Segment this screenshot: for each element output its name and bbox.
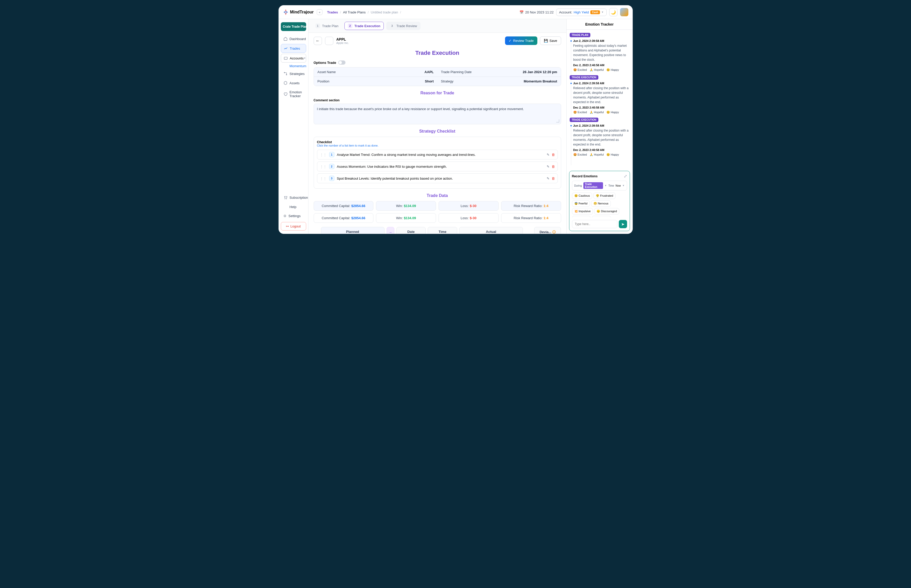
drag-handle-icon[interactable]: ⋮⋮	[320, 153, 327, 157]
checklist-number[interactable]: 2	[329, 164, 334, 169]
breadcrumb-root[interactable]: Trades	[327, 10, 338, 14]
record-title: Record Emotions	[572, 174, 598, 178]
date-display: 📅 20 Nov 2023 11:22	[519, 10, 553, 14]
checklist-number[interactable]: 1	[329, 152, 334, 157]
tabs: 1Trade Plan 2Trade Execution 3Trade Revi…	[309, 19, 566, 33]
trade-data-heading: Trade Data	[314, 193, 561, 198]
page-title: Trade Execution	[314, 50, 561, 57]
center-panel: 1Trade Plan 2Trade Execution 3Trade Revi…	[309, 19, 566, 234]
arrow-right-icon: →	[387, 227, 394, 234]
emotion-chip[interactable]: 😬 Nervous	[591, 200, 611, 207]
app-window: MindTrajour « Trades / All Trade Plans /…	[278, 5, 633, 234]
app-logo: MindTrajour	[283, 9, 314, 15]
info-icon: ⓘ	[552, 230, 556, 234]
chevron-down-icon: ▼	[622, 184, 625, 187]
page-header: ← APPL Apple Inc. ✓Review Trade 💾Save	[314, 36, 561, 45]
delete-icon[interactable]: 🗑	[552, 153, 555, 157]
record-filter[interactable]: During Trade Execution ▼ Time Now ▼	[572, 181, 627, 191]
trade-info-table: Asset NameAAPL Trade Planning Date26 Jan…	[314, 67, 561, 86]
sidebar-item-emotion-tracker[interactable]: Emotion Tracker	[281, 88, 306, 100]
theme-toggle[interactable]: 🌙	[609, 8, 618, 16]
logo-icon	[283, 9, 289, 15]
create-trade-plan-button[interactable]: Crate Trade Plan	[281, 22, 306, 31]
edit-icon[interactable]: ✎	[547, 153, 550, 157]
checklist-item: ⋮⋮ 2 Assess Momentum: Use indicators lik…	[317, 162, 558, 171]
options-trade-toggle-row: Options Trade	[314, 60, 561, 65]
breadcrumb: Trades / All Trade Plans / Untitled trad…	[327, 10, 401, 14]
record-emotions-panel: Record Emotions ⤢ During Trade Execution…	[569, 171, 630, 231]
tab-trade-plan[interactable]: 1Trade Plan	[312, 22, 342, 30]
emotion-timeline: TRADE PLAN Jun 2, 2024 2:39:58 AM Feelin…	[566, 30, 633, 168]
emotion-chip[interactable]: 😟 Cautious	[572, 192, 592, 199]
chevron-down-icon: ▼	[602, 11, 604, 13]
body: Crate Trade Plan Dashboard Trades Accoun…	[279, 19, 633, 234]
chevron-down-icon: ▼	[304, 57, 306, 60]
checklist: Checklist Click the number of a list ite…	[314, 137, 561, 189]
content: ← APPL Apple Inc. ✓Review Trade 💾Save Tr…	[309, 33, 566, 234]
sidebar-item-help[interactable]: Help	[281, 203, 306, 211]
send-button[interactable]: ➤	[619, 220, 627, 228]
sidebar-collapse-button[interactable]: «	[317, 9, 322, 15]
emotion-chip[interactable]: 💥 Impulsive	[572, 208, 593, 215]
drag-handle-icon[interactable]: ⋮⋮	[320, 165, 327, 168]
entry-grid-header: Planned → Date Time Actual Devia... ⓘ	[314, 227, 561, 234]
expand-icon[interactable]: ⤢	[624, 174, 627, 179]
tab-trade-review[interactable]: 3Trade Review	[386, 22, 421, 30]
emotion-note-input[interactable]	[572, 220, 617, 228]
emotion-chip[interactable]: 😨 Feerful	[572, 200, 590, 207]
checklist-number[interactable]: 3	[329, 176, 334, 181]
save-button[interactable]: 💾Save	[540, 36, 561, 45]
heart-icon	[283, 92, 288, 96]
account-badge: Cash	[591, 10, 600, 14]
svg-point-1	[284, 73, 285, 73]
tab-trade-execution[interactable]: 2Trade Execution	[345, 22, 384, 30]
sidebar-item-dashboard[interactable]: Dashboard	[281, 35, 306, 43]
logout-icon: ↦	[286, 225, 289, 228]
topbar: MindTrajour « Trades / All Trade Plans /…	[279, 5, 633, 19]
account-selector[interactable]: Account: High Yield Cash ▼	[556, 8, 607, 16]
delete-icon[interactable]: 🗑	[552, 165, 555, 168]
comment-label: Comment section	[314, 99, 561, 102]
emotion-tracker-title: Emotion Tracker	[566, 19, 633, 30]
sidebar-item-momentum[interactable]: Momentum	[281, 64, 306, 68]
sidebar-item-subscription[interactable]: Subscription	[281, 193, 306, 202]
check-icon: ✓	[509, 39, 511, 43]
review-trade-button[interactable]: ✓Review Trade	[505, 36, 537, 45]
timeline-entry: Jun 2, 2024 2:39:58 AM Relieved after cl…	[570, 82, 629, 114]
svg-point-2	[286, 74, 287, 75]
chevron-down-icon: ▼	[605, 184, 607, 187]
emotion-chip[interactable]: 😤 Frustrated	[594, 192, 615, 199]
hexagon-icon	[283, 81, 288, 85]
phase-badge: TRADE EXECUTION	[570, 118, 599, 122]
back-button[interactable]: ←	[314, 37, 322, 45]
breadcrumb-sub[interactable]: All Trade Plans	[343, 10, 366, 14]
emotion-chip[interactable]: 😰 Anxious	[592, 216, 611, 217]
sidebar-item-accounts[interactable]: Accounts▼	[281, 54, 306, 63]
main: 1Trade Plan 2Trade Execution 3Trade Revi…	[309, 19, 633, 234]
sidebar: Crate Trade Plan Dashboard Trades Accoun…	[279, 19, 309, 234]
sidebar-item-assets[interactable]: Assets	[281, 79, 306, 87]
options-trade-toggle[interactable]	[338, 60, 345, 65]
sidebar-item-trades[interactable]: Trades	[281, 44, 306, 53]
emotion-chip[interactable]: 😞 Discouraged	[594, 208, 619, 215]
timeline-entry: Jun 2, 2024 2:39:58 AM Feeling optimisti…	[570, 39, 629, 72]
delete-icon[interactable]: 🗑	[552, 176, 555, 180]
cart-icon	[283, 195, 288, 200]
sidebar-item-strategies[interactable]: Strategies	[281, 69, 306, 78]
metrics-row-2: Committed Capital:$2854.66 Win:$134.09 L…	[314, 213, 561, 223]
asset-company: Apple Inc.	[337, 41, 349, 44]
comment-textarea[interactable]: I initiate this trade because the asset'…	[314, 103, 561, 124]
sidebar-item-settings[interactable]: ⚙Settings	[281, 212, 306, 220]
edit-icon[interactable]: ✎	[547, 165, 550, 168]
moon-icon: 🌙	[611, 10, 616, 15]
trend-icon	[284, 46, 288, 50]
logout-button[interactable]: ↦Logout	[281, 222, 306, 231]
svg-rect-0	[284, 57, 287, 60]
edit-icon[interactable]: ✎	[547, 176, 550, 180]
card-icon	[284, 56, 288, 60]
emotion-chip[interactable]: 🙏 Hopeful	[572, 216, 591, 217]
drag-handle-icon[interactable]: ⋮⋮	[320, 176, 327, 180]
topbar-right: 📅 20 Nov 2023 11:22 Account: High Yield …	[519, 8, 628, 16]
user-avatar[interactable]	[620, 8, 628, 16]
route-icon	[283, 72, 288, 76]
